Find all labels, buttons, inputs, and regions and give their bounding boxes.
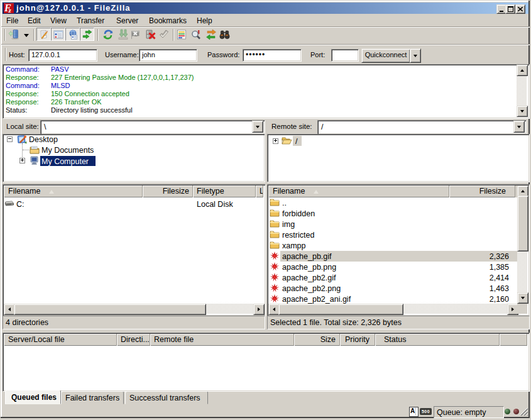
svg-text:z: z — [8, 6, 12, 14]
